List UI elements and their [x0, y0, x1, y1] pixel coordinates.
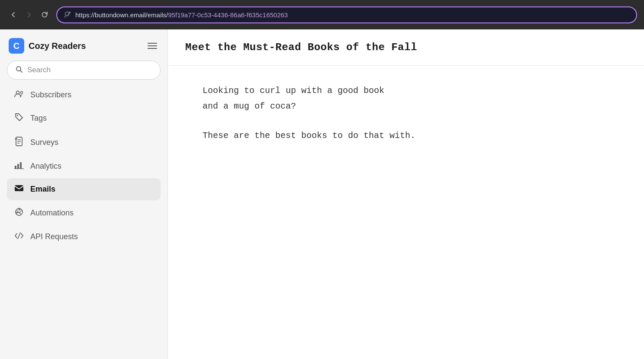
address-bar[interactable]: https://buttondown.email/emails/95f19a77…	[56, 6, 637, 23]
svg-rect-13	[15, 138, 17, 140]
search-bar[interactable]: Search	[7, 61, 161, 80]
email-paragraph-1: Looking to curl up with a good bookand a…	[203, 83, 609, 114]
sidebar-item-automations[interactable]: Automations	[7, 201, 161, 225]
surveys-icon	[14, 137, 24, 148]
analytics-label: Analytics	[30, 162, 61, 171]
svg-line-20	[17, 211, 18, 212]
sidebar: C Cozy Readers Search	[0, 29, 168, 359]
search-icon	[15, 65, 23, 75]
sidebar-item-surveys[interactable]: Surveys	[7, 131, 161, 154]
brand-logo: C	[9, 38, 24, 54]
sidebar-item-analytics[interactable]: Analytics	[7, 155, 161, 177]
email-title: Meet the Must-Read Books of the Fall	[185, 42, 627, 53]
svg-rect-16	[20, 162, 22, 169]
analytics-icon	[14, 161, 24, 171]
svg-line-1	[64, 16, 66, 17]
email-paragraph-2: These are the best books to do that with…	[203, 128, 609, 144]
sidebar-item-tags[interactable]: Tags	[7, 107, 161, 130]
subscribers-label: Subscribers	[30, 90, 71, 99]
subscribers-icon	[14, 90, 24, 100]
browser-chrome: https://buttondown.email/emails/95f19a77…	[0, 0, 644, 29]
reload-button[interactable]	[38, 9, 51, 20]
svg-point-2	[69, 12, 71, 13]
sidebar-header: C Cozy Readers	[7, 35, 161, 61]
tags-icon	[14, 113, 24, 124]
brand-name: Cozy Readers	[29, 41, 86, 51]
search-label: Search	[27, 66, 51, 74]
tags-label: Tags	[30, 114, 47, 123]
api-requests-label: API Requests	[30, 232, 78, 241]
svg-line-22	[18, 233, 20, 239]
main-content: Meet the Must-Read Books of the Fall Loo…	[168, 29, 644, 359]
hamburger-button[interactable]	[146, 41, 159, 51]
svg-rect-18	[15, 185, 23, 191]
automations-icon	[14, 207, 24, 219]
emails-icon	[14, 184, 24, 194]
browser-nav-buttons	[7, 9, 51, 20]
sidebar-item-emails[interactable]: Emails	[7, 178, 161, 200]
svg-rect-15	[17, 164, 19, 169]
address-icon	[64, 11, 71, 19]
svg-rect-14	[15, 166, 16, 169]
app-container: C Cozy Readers Search	[0, 29, 644, 359]
forward-button[interactable]	[23, 9, 35, 20]
svg-line-5	[20, 71, 22, 72]
surveys-label: Surveys	[30, 138, 58, 147]
sidebar-nav: Subscribers Tags	[7, 83, 161, 249]
brand-area: C Cozy Readers	[9, 38, 86, 54]
svg-line-21	[20, 211, 21, 212]
email-header: Meet the Must-Read Books of the Fall	[168, 29, 644, 66]
sidebar-item-api-requests[interactable]: API Requests	[7, 226, 161, 248]
email-body: Looking to curl up with a good bookand a…	[168, 66, 644, 359]
back-button[interactable]	[7, 9, 20, 20]
url-text: https://buttondown.email/emails/95f19a77…	[75, 11, 288, 19]
sidebar-item-subscribers[interactable]: Subscribers	[7, 84, 161, 106]
svg-point-8	[17, 115, 18, 116]
emails-label: Emails	[30, 185, 55, 194]
svg-point-7	[21, 92, 23, 94]
email-content: Looking to curl up with a good bookand a…	[203, 83, 609, 144]
automations-label: Automations	[30, 208, 74, 218]
api-requests-icon	[14, 232, 24, 242]
